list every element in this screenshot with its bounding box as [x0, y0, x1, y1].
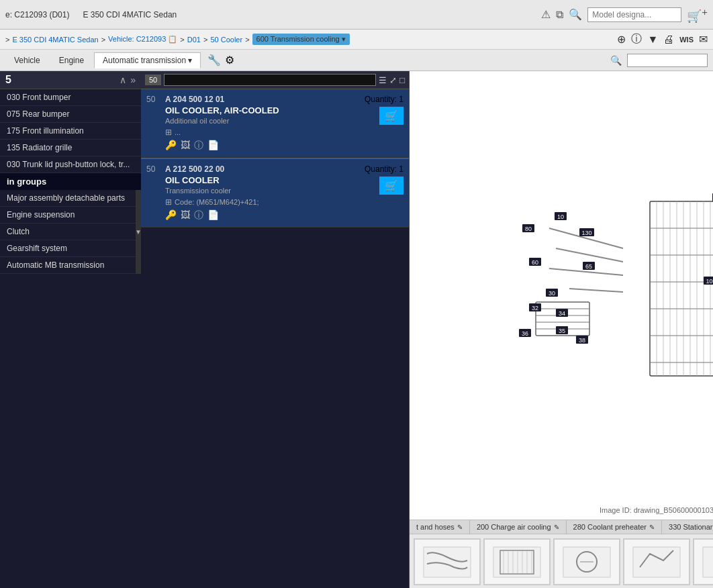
sidebar-item-front-illumination[interactable]: 175 Front illumination	[0, 123, 141, 140]
expand-icon[interactable]: ⤢	[389, 75, 397, 85]
main-content: 5 ∧ » 030 Front bumper 075 Rear bumper 1…	[0, 71, 713, 588]
part-row-2[interactable]: 50 A 212 500 22 00 OIL COOLER Transmissi…	[141, 159, 409, 228]
image-panel: 10 80 130 60 65 30 32 34 36	[410, 71, 713, 588]
fullscreen-icon[interactable]: □	[399, 75, 405, 85]
thumb-item-5[interactable]	[693, 538, 713, 585]
diagram-right-group: 80 50 100 120 130	[650, 193, 713, 383]
print-icon[interactable]: 🖨	[663, 34, 674, 46]
part-key-icon-1[interactable]: 🔑	[165, 140, 177, 152]
search-icon[interactable]: 🔍	[569, 8, 582, 21]
copy-icon[interactable]: ⧉	[556, 9, 563, 21]
thumb-item-4[interactable]	[623, 538, 690, 585]
top-bar: e: C212093 (D01) E 350 CDI 4MATIC Sedan …	[0, 0, 713, 30]
part-pos-2: 50	[146, 164, 160, 174]
svg-text:60: 60	[532, 259, 538, 266]
thumb-tab-charge-air[interactable]: 200 Charge air cooling ✎	[470, 520, 567, 534]
info-icon[interactable]: ⓘ	[631, 32, 642, 46]
part-pos-1: 50	[146, 95, 160, 104]
nav-tabs: Vehicle Engine Automatic transmission ▾ …	[0, 50, 713, 71]
sidebar-item-front-bumper[interactable]: 030 Front bumper	[0, 89, 141, 106]
sidebar-header: 5 ∧ »	[0, 71, 141, 89]
sidebar-groups-area: Major assembly detachable parts Engine s…	[0, 190, 141, 274]
part-details-2: A 212 500 22 00 OIL COOLER Transmission …	[165, 164, 359, 222]
parts-toolbar: 50 ☰ ⤢ □	[141, 71, 409, 89]
filter-icon[interactable]: ▼	[647, 34, 658, 46]
tab-automatic-transmission[interactable]: Automatic transmission ▾	[94, 52, 201, 68]
thumb-svg-2	[490, 544, 544, 581]
svg-line-3	[569, 289, 623, 292]
thumb-item-2[interactable]	[483, 538, 551, 585]
warning-icon[interactable]: ⚠	[541, 8, 551, 21]
breadcrumb-sep: >	[245, 36, 249, 44]
breadcrumb-sep: >	[101, 36, 105, 44]
top-bar-left: e: C212093 (D01) E 350 CDI 4MATIC Sedan	[5, 10, 536, 19]
thumbnails-list	[410, 534, 713, 588]
sidebar-item-gearshift[interactable]: Gearshift system	[0, 240, 136, 257]
sidebar-item-radiator-grille[interactable]: 135 Radiator grille	[0, 140, 141, 156]
cart-btn-2[interactable]: 🛒	[379, 177, 403, 195]
top-bar-right: ⚠ ⧉ 🔍 🛒+	[541, 6, 708, 23]
parts-search-input[interactable]	[164, 74, 376, 86]
tab-engine[interactable]: Engine	[50, 52, 93, 68]
part-img-icon-2[interactable]: 🖼	[181, 209, 190, 222]
sidebar-item-clutch[interactable]: Clutch	[0, 224, 136, 240]
part-qty-2: Quantity: 1 🛒	[365, 164, 403, 195]
vehicle-code: e: C212093 (D01)	[5, 10, 69, 19]
nav-search-input[interactable]	[627, 54, 708, 67]
part-info-icon-2[interactable]: ⓘ	[194, 209, 203, 222]
thumb-tabs: t and hoses ✎ 200 Charge air cooling ✎ 2…	[410, 520, 713, 534]
sidebar-scroll-btn[interactable]: ▼	[136, 190, 141, 274]
thumb-item-3[interactable]	[553, 538, 620, 585]
breadcrumb-item-cooler[interactable]: 50 Cooler	[210, 36, 242, 44]
part-row-1[interactable]: 50 A 204 500 12 01 OIL COOLER, AIR-COOLE…	[141, 89, 409, 158]
svg-text:100: 100	[706, 278, 713, 285]
part-doc-icon-2[interactable]: 📄	[207, 209, 219, 222]
sidebar-item-trunk-lid[interactable]: 030 Trunk lid push-button lock, tr...	[0, 156, 141, 173]
part-name-1: OIL COOLER, AIR-COOLED	[165, 105, 359, 115]
gear-icon[interactable]: ⚙	[225, 54, 234, 66]
table-icon-2[interactable]: ⊞	[165, 197, 172, 207]
thumb-svg-3	[560, 544, 614, 581]
diagram-area: 10 80 130 60 65 30 32 34 36	[410, 71, 713, 520]
sidebar-item-auto-mb-transmission[interactable]: Automatic MB transmission	[0, 257, 136, 274]
thumb-tab-hoses-edit[interactable]: ✎	[457, 524, 463, 531]
part-desc-2: Transmission cooler	[165, 187, 359, 195]
svg-text:32: 32	[532, 305, 538, 311]
sidebar-item-engine-suspension[interactable]: Engine suspension	[0, 207, 136, 224]
parts-num-btn[interactable]: 50	[145, 75, 161, 85]
cart-icon[interactable]: 🛒+	[687, 6, 708, 23]
thumb-item-1[interactable]	[414, 538, 481, 585]
part-qty-1: Quantity: 1 🛒	[365, 95, 403, 125]
sidebar-expand-icon[interactable]: »	[130, 75, 136, 85]
wis-icon[interactable]: WIS	[679, 36, 694, 44]
mail-icon[interactable]: ✉	[699, 33, 708, 46]
table-icon-1[interactable]: ⊞	[165, 128, 172, 137]
breadcrumb-transmission-dropdown[interactable]: 600 Transmission cooling ▾	[252, 34, 350, 45]
list-icon[interactable]: ☰	[379, 75, 387, 85]
part-img-icon-1[interactable]: 🖼	[181, 140, 190, 152]
breadcrumb-item-c212093[interactable]: Vehicle: C212093 📋	[108, 35, 177, 44]
breadcrumb-item-vehicle[interactable]: E 350 CDI 4MATIC Sedan	[12, 36, 98, 44]
thumb-tab-charge-edit[interactable]: ✎	[554, 524, 559, 531]
nav-search-icon[interactable]: 🔍	[610, 55, 622, 66]
thumb-tab-coolant[interactable]: 280 Coolant preheater ✎	[567, 520, 662, 534]
breadcrumb-item-d01[interactable]: D01	[187, 36, 201, 44]
thumb-tab-stationary[interactable]: 330 Stationary heater ✎	[662, 520, 713, 534]
zoom-icon[interactable]: ⊕	[617, 33, 626, 46]
scroll-indicator: ▼	[135, 228, 141, 236]
model-search-input[interactable]	[587, 7, 681, 22]
sidebar-collapse-icon[interactable]: ∧	[120, 75, 126, 85]
part-key-icon-2[interactable]: 🔑	[165, 209, 177, 222]
sidebar-item-major-assembly[interactable]: Major assembly detachable parts	[0, 190, 136, 207]
thumb-tab-hoses[interactable]: t and hoses ✎	[410, 520, 470, 534]
part-info-icon-1[interactable]: ⓘ	[194, 140, 203, 152]
part-table-area-2: ⊞ Code: (M651/M642)+421;	[165, 197, 359, 207]
sidebar-item-rear-bumper[interactable]: 075 Rear bumper	[0, 106, 141, 123]
sidebar-title: 5	[5, 74, 11, 86]
thumb-tab-coolant-edit[interactable]: ✎	[649, 524, 655, 531]
part-doc-icon-1[interactable]: 📄	[207, 140, 219, 152]
wrench-icon[interactable]: 🔧	[207, 54, 221, 66]
vehicle-name: E 350 CDI 4MATIC Sedan	[83, 10, 177, 19]
tab-vehicle[interactable]: Vehicle	[5, 52, 49, 68]
cart-btn-1[interactable]: 🛒	[379, 107, 403, 125]
